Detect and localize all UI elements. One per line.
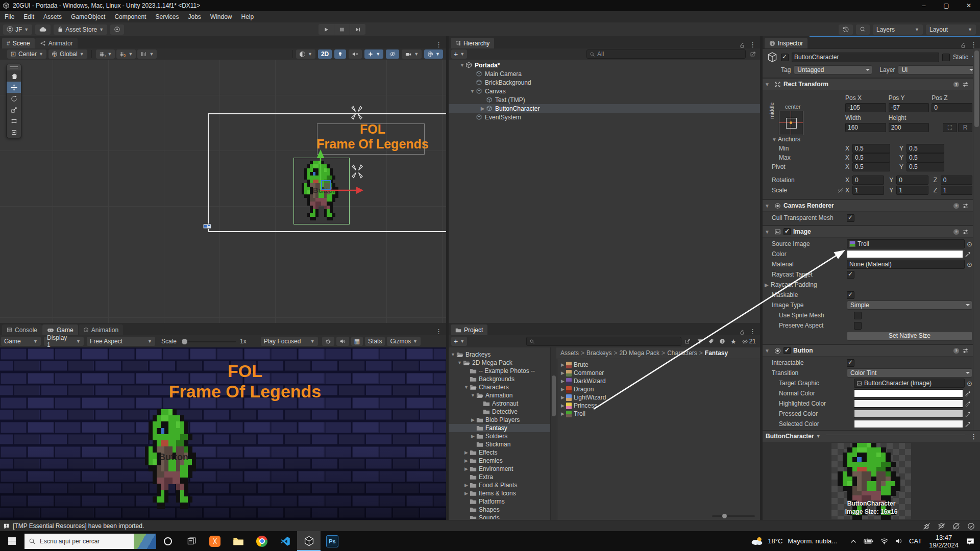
- move-tool[interactable]: [7, 82, 21, 93]
- folder-blob-players[interactable]: ▶Blob Players: [449, 416, 550, 424]
- expand-triangle-icon[interactable]: ▶: [559, 403, 566, 408]
- folder-astronaut[interactable]: Astronaut: [449, 399, 550, 408]
- pivot-y-field[interactable]: 0.5: [906, 162, 944, 171]
- collab-disabled-icon[interactable]: [952, 522, 960, 530]
- eyedropper-icon[interactable]: [963, 420, 972, 428]
- play-button[interactable]: [318, 24, 334, 35]
- layers-dropdown[interactable]: Layers▼: [873, 24, 923, 35]
- hierarchy-item-eventsystem[interactable]: EventSystem: [449, 113, 760, 121]
- preserve-aspect-checkbox[interactable]: [854, 322, 862, 330]
- breadcrumb-segment[interactable]: Characters: [667, 349, 697, 357]
- folder--example-photos-[interactable]: -- Example Photos --: [449, 367, 550, 375]
- orientation-button[interactable]: Global▼: [48, 49, 87, 59]
- filter-label-icon[interactable]: [708, 338, 714, 344]
- folder-animation[interactable]: ▼Animation: [449, 391, 550, 399]
- hierarchy-lock-icon[interactable]: [739, 42, 745, 48]
- importance-icon[interactable]: [719, 338, 725, 344]
- object-picker-icon[interactable]: ⊙: [967, 380, 972, 387]
- raycast-target-checkbox[interactable]: [847, 271, 854, 279]
- help-icon[interactable]: ?: [953, 229, 960, 235]
- dropdown[interactable]: Color Tint: [847, 368, 972, 378]
- breadcrumb-segment[interactable]: Brackeys: [586, 349, 611, 357]
- filter-type-icon[interactable]: [697, 338, 703, 344]
- game-view-menu[interactable]: Game▼: [1, 337, 41, 346]
- scale-slider[interactable]: [181, 341, 236, 342]
- close-button[interactable]: ✕: [958, 0, 980, 11]
- inspector-menu-icon[interactable]: ⋮: [970, 41, 977, 48]
- file-explorer-icon[interactable]: [227, 531, 250, 551]
- expand-triangle-icon[interactable]: ▼: [470, 393, 476, 398]
- anchor-y-field[interactable]: 0.5: [906, 153, 944, 162]
- object-field[interactable]: ButtonCharacter (Image): [854, 379, 965, 388]
- tab-animator[interactable]: Animator: [35, 38, 78, 48]
- folder-fantasy[interactable]: Fantasy: [449, 424, 550, 432]
- game-view[interactable]: FOL Frame Of Legends Button: [0, 347, 446, 520]
- axis-field[interactable]: 0: [852, 176, 884, 185]
- hierarchy-menu-icon[interactable]: ⋮: [749, 41, 756, 48]
- value-field[interactable]: -57: [889, 103, 929, 112]
- minimize-button[interactable]: –: [913, 0, 935, 11]
- use-sprite-mesh-checkbox[interactable]: [854, 312, 862, 319]
- cortana-icon[interactable]: [156, 531, 180, 551]
- notification-icon[interactable]: [966, 537, 975, 545]
- hierarchy-item-portada-[interactable]: ▼Portada*: [449, 61, 760, 69]
- transform-tool[interactable]: [7, 127, 21, 138]
- taskbar-search[interactable]: Escriu aquí per cercar: [24, 534, 156, 549]
- object-field[interactable]: None (Material): [847, 260, 965, 269]
- help-icon[interactable]: ?: [953, 203, 960, 209]
- preview-dropdown-icon[interactable]: ▼: [816, 434, 821, 439]
- scale-slider-knob[interactable]: [182, 339, 187, 344]
- expand-triangle-icon[interactable]: ▶: [559, 387, 566, 392]
- axis-field[interactable]: 1: [896, 186, 928, 195]
- clock[interactable]: 13:47 19/2/2024: [929, 534, 959, 549]
- expand-triangle-icon[interactable]: ▶: [559, 395, 566, 400]
- expand-triangle-icon[interactable]: ▶: [559, 379, 566, 384]
- project-add-button[interactable]: +▼: [451, 337, 467, 346]
- asset-store-button[interactable]: Asset Store▼: [54, 24, 107, 35]
- display-dropdown[interactable]: Display 1▼: [44, 337, 84, 346]
- axis-field[interactable]: 0: [941, 176, 972, 185]
- expand-triangle-icon[interactable]: ▼: [456, 360, 463, 365]
- xampp-icon[interactable]: ᚷ: [203, 531, 227, 551]
- menu-services[interactable]: Services: [151, 12, 183, 22]
- open-search-window-icon[interactable]: [750, 51, 756, 57]
- anchor-preset-widget[interactable]: center middle: [768, 104, 824, 135]
- pivot-x-field[interactable]: 0.5: [852, 162, 890, 171]
- menu-assets[interactable]: Assets: [39, 12, 66, 22]
- grid-snap-button[interactable]: Y▼: [96, 49, 115, 59]
- hierarchy-add-button[interactable]: +▼: [451, 49, 467, 59]
- pause-button[interactable]: [334, 24, 350, 35]
- open-search-window-icon[interactable]: [684, 338, 691, 344]
- presets-icon[interactable]: [962, 203, 969, 209]
- hierarchy-item-buttoncharacter[interactable]: ▶ButtonCharacter: [449, 104, 760, 113]
- frame-debugger-button[interactable]: [322, 337, 334, 346]
- expand-triangle-icon[interactable]: ▶: [470, 417, 476, 422]
- hierarchy-item-brickbackground[interactable]: BrickBackground: [449, 78, 760, 87]
- hand-tool[interactable]: [7, 70, 21, 82]
- rotate-tool[interactable]: [7, 93, 21, 104]
- scene-view[interactable]: FOL Frame Of Legends Button: [0, 60, 446, 323]
- gizmos-dropdown[interactable]: Gizmos▼: [387, 337, 421, 346]
- gizmos-toggle-button[interactable]: ▼: [424, 49, 443, 59]
- game-audio-button[interactable]: [336, 337, 349, 346]
- battery-icon[interactable]: [864, 538, 874, 544]
- folder-sounds[interactable]: Sounds: [449, 514, 550, 519]
- color-swatch[interactable]: [854, 410, 963, 418]
- expand-triangle-icon[interactable]: ▼: [463, 385, 470, 390]
- weather-icon[interactable]: [750, 536, 764, 546]
- menu-jobs[interactable]: Jobs: [183, 12, 205, 22]
- snap-settings-button[interactable]: ▼: [137, 49, 157, 59]
- game-panel-menu-icon[interactable]: ⋮: [435, 328, 442, 335]
- folder-characters[interactable]: ▼Characters: [449, 383, 550, 391]
- folder-platforms[interactable]: Platforms: [449, 497, 550, 506]
- debugger-disabled-icon[interactable]: [923, 522, 930, 530]
- canvas-renderer-header[interactable]: ▼ Canvas Renderer ? ⋮: [763, 199, 980, 212]
- search-button[interactable]: [856, 24, 870, 35]
- inspector-scrollbar[interactable]: [973, 48, 980, 430]
- tab-console[interactable]: Console: [2, 324, 42, 335]
- expand-triangle-icon[interactable]: ▶: [463, 491, 470, 496]
- folder-brackeys[interactable]: ▼Brackeys: [449, 350, 550, 359]
- eyedropper-icon[interactable]: [963, 399, 972, 408]
- help-icon[interactable]: ?: [953, 347, 960, 354]
- dropdown[interactable]: Simple: [847, 300, 972, 310]
